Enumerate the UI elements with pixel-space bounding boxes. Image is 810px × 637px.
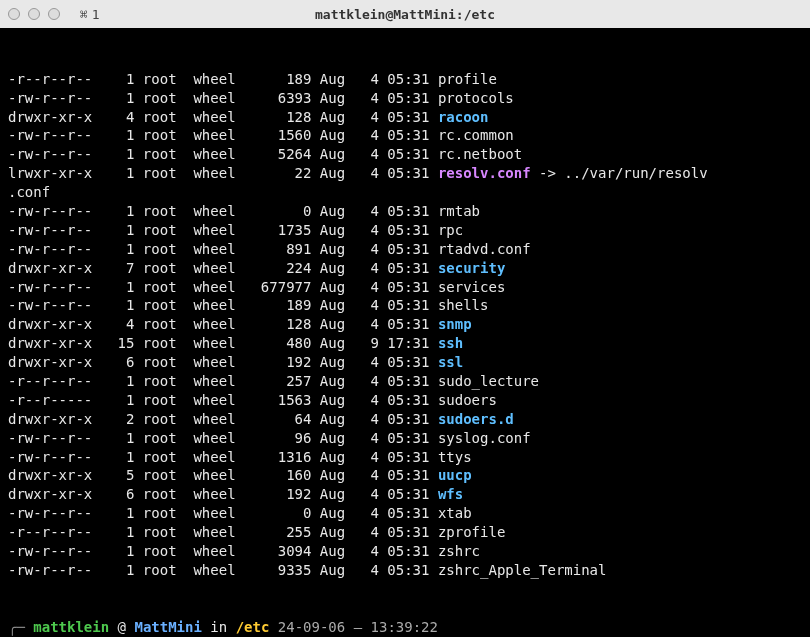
list-item: -rw-r--r-- 1 root wheel 1735 Aug 4 05:31… — [8, 221, 802, 240]
list-item: drwxr-xr-x 6 root wheel 192 Aug 4 05:31 … — [8, 485, 802, 504]
file-name: zprofile — [438, 524, 505, 540]
prompt-line-1: ╭─ mattklein @ MattMini in /etc 24-09-06… — [8, 618, 802, 637]
file-meta: drwxr-xr-x 5 root wheel 160 Aug 4 05:31 — [8, 467, 438, 483]
file-name: ssh — [438, 335, 463, 351]
list-item: -rw-r--r-- 1 root wheel 189 Aug 4 05:31 … — [8, 296, 802, 315]
file-meta: drwxr-xr-x 4 root wheel 128 Aug 4 05:31 — [8, 109, 438, 125]
file-name: profile — [438, 71, 497, 87]
file-name: sudoers.d — [438, 411, 514, 427]
file-meta: -rw-r--r-- 1 root wheel 0 Aug 4 05:31 — [8, 505, 438, 521]
file-meta: drwxr-xr-x 4 root wheel 128 Aug 4 05:31 — [8, 316, 438, 332]
file-meta: -r--r----- 1 root wheel 1563 Aug 4 05:31 — [8, 392, 438, 408]
file-name: xtab — [438, 505, 472, 521]
list-item: -rw-r--r-- 1 root wheel 3094 Aug 4 05:31… — [8, 542, 802, 561]
file-meta: -rw-r--r-- 1 root wheel 5264 Aug 4 05:31 — [8, 146, 438, 162]
prompt-at: @ — [118, 619, 126, 635]
list-item: -rw-r--r-- 1 root wheel 1316 Aug 4 05:31… — [8, 448, 802, 467]
file-meta: drwxr-xr-x 7 root wheel 224 Aug 4 05:31 — [8, 260, 438, 276]
file-meta: drwxr-xr-x 6 root wheel 192 Aug 4 05:31 — [8, 354, 438, 370]
prompt-dash: – — [354, 619, 362, 635]
file-name: ssl — [438, 354, 463, 370]
list-item: drwxr-xr-x 4 root wheel 128 Aug 4 05:31 … — [8, 315, 802, 334]
list-item: -rw-r--r-- 1 root wheel 6393 Aug 4 05:31… — [8, 89, 802, 108]
file-name: syslog.conf — [438, 430, 531, 446]
file-meta: -r--r--r-- 1 root wheel 257 Aug 4 05:31 — [8, 373, 438, 389]
prompt-time: 13:39:22 — [371, 619, 438, 635]
window-title: mattklein@MattMini:/etc — [315, 7, 495, 22]
file-meta: -r--r--r-- 1 root wheel 189 Aug 4 05:31 — [8, 71, 438, 87]
list-item: -r--r--r-- 1 root wheel 257 Aug 4 05:31 … — [8, 372, 802, 391]
tab-number: 1 — [92, 7, 100, 22]
file-meta: -r--r--r-- 1 root wheel 255 Aug 4 05:31 — [8, 524, 438, 540]
list-item: -rw-r--r-- 1 root wheel 0 Aug 4 05:31 xt… — [8, 504, 802, 523]
file-name: uucp — [438, 467, 472, 483]
symlink-arrow: -> — [531, 165, 565, 181]
list-item: -r--r--r-- 1 root wheel 255 Aug 4 05:31 … — [8, 523, 802, 542]
prompt-user: mattklein — [33, 619, 109, 635]
file-meta: drwxr-xr-x 2 root wheel 64 Aug 4 05:31 — [8, 411, 438, 427]
tab-indicator: ⌘1 — [80, 7, 100, 22]
prompt-corner-top: ╭─ — [8, 619, 25, 635]
file-name: services — [438, 279, 505, 295]
list-item: -r--r--r-- 1 root wheel 189 Aug 4 05:31 … — [8, 70, 802, 89]
command-icon: ⌘ — [80, 7, 88, 22]
file-name: racoon — [438, 109, 489, 125]
list-item-wrap: .conf — [8, 183, 802, 202]
maximize-icon[interactable] — [48, 8, 60, 20]
list-item: drwxr-xr-x 15 root wheel 480 Aug 9 17:31… — [8, 334, 802, 353]
file-meta: -rw-r--r-- 1 root wheel 1735 Aug 4 05:31 — [8, 222, 438, 238]
prompt-host: MattMini — [134, 619, 201, 635]
file-meta: -rw-r--r-- 1 root wheel 677977 Aug 4 05:… — [8, 279, 438, 295]
file-meta: lrwxr-xr-x 1 root wheel 22 Aug 4 05:31 — [8, 165, 438, 181]
symlink-target: ../var/run/resolv — [564, 165, 707, 181]
file-name: sudoers — [438, 392, 497, 408]
list-item: -rw-r--r-- 1 root wheel 96 Aug 4 05:31 s… — [8, 429, 802, 448]
list-item: drwxr-xr-x 4 root wheel 128 Aug 4 05:31 … — [8, 108, 802, 127]
window-controls — [8, 8, 60, 20]
list-item: drwxr-xr-x 2 root wheel 64 Aug 4 05:31 s… — [8, 410, 802, 429]
prompt-date: 24-09-06 — [278, 619, 345, 635]
list-item: -rw-r--r-- 1 root wheel 891 Aug 4 05:31 … — [8, 240, 802, 259]
file-listing: -r--r--r-- 1 root wheel 189 Aug 4 05:31 … — [8, 70, 802, 580]
file-meta: -rw-r--r-- 1 root wheel 189 Aug 4 05:31 — [8, 297, 438, 313]
file-name: sudo_lecture — [438, 373, 539, 389]
file-meta: -rw-r--r-- 1 root wheel 891 Aug 4 05:31 — [8, 241, 438, 257]
file-meta: -rw-r--r-- 1 root wheel 9335 Aug 4 05:31 — [8, 562, 438, 578]
file-meta: -rw-r--r-- 1 root wheel 6393 Aug 4 05:31 — [8, 90, 438, 106]
list-item: drwxr-xr-x 7 root wheel 224 Aug 4 05:31 … — [8, 259, 802, 278]
file-name: rc.netboot — [438, 146, 522, 162]
list-item: -rw-r--r-- 1 root wheel 9335 Aug 4 05:31… — [8, 561, 802, 580]
titlebar: ⌘1 mattklein@MattMini:/etc — [0, 0, 810, 28]
list-item: -rw-r--r-- 1 root wheel 1560 Aug 4 05:31… — [8, 126, 802, 145]
file-meta: -rw-r--r-- 1 root wheel 1560 Aug 4 05:31 — [8, 127, 438, 143]
file-name: rc.common — [438, 127, 514, 143]
file-name: security — [438, 260, 505, 276]
file-meta: drwxr-xr-x 15 root wheel 480 Aug 9 17:31 — [8, 335, 438, 351]
file-name: resolv.conf — [438, 165, 531, 181]
file-name: rpc — [438, 222, 463, 238]
list-item: drwxr-xr-x 5 root wheel 160 Aug 4 05:31 … — [8, 466, 802, 485]
file-name: snmp — [438, 316, 472, 332]
file-meta: -rw-r--r-- 1 root wheel 3094 Aug 4 05:31 — [8, 543, 438, 559]
list-item: -rw-r--r-- 1 root wheel 5264 Aug 4 05:31… — [8, 145, 802, 164]
file-meta: drwxr-xr-x 6 root wheel 192 Aug 4 05:31 — [8, 486, 438, 502]
prompt-in-label: in — [210, 619, 227, 635]
file-name: shells — [438, 297, 489, 313]
file-name: rmtab — [438, 203, 480, 219]
file-name: rtadvd.conf — [438, 241, 531, 257]
list-item: -rw-r--r-- 1 root wheel 677977 Aug 4 05:… — [8, 278, 802, 297]
prompt-path: /etc — [236, 619, 270, 635]
minimize-icon[interactable] — [28, 8, 40, 20]
terminal-output[interactable]: -r--r--r-- 1 root wheel 189 Aug 4 05:31 … — [0, 28, 810, 637]
list-item: lrwxr-xr-x 1 root wheel 22 Aug 4 05:31 r… — [8, 164, 802, 183]
file-meta: -rw-r--r-- 1 root wheel 96 Aug 4 05:31 — [8, 430, 438, 446]
file-meta: -rw-r--r-- 1 root wheel 0 Aug 4 05:31 — [8, 203, 438, 219]
file-meta: -rw-r--r-- 1 root wheel 1316 Aug 4 05:31 — [8, 449, 438, 465]
list-item: -rw-r--r-- 1 root wheel 0 Aug 4 05:31 rm… — [8, 202, 802, 221]
list-item: -r--r----- 1 root wheel 1563 Aug 4 05:31… — [8, 391, 802, 410]
file-name: zshrc — [438, 543, 480, 559]
list-item: drwxr-xr-x 6 root wheel 192 Aug 4 05:31 … — [8, 353, 802, 372]
file-name: zshrc_Apple_Terminal — [438, 562, 607, 578]
file-name: ttys — [438, 449, 472, 465]
close-icon[interactable] — [8, 8, 20, 20]
